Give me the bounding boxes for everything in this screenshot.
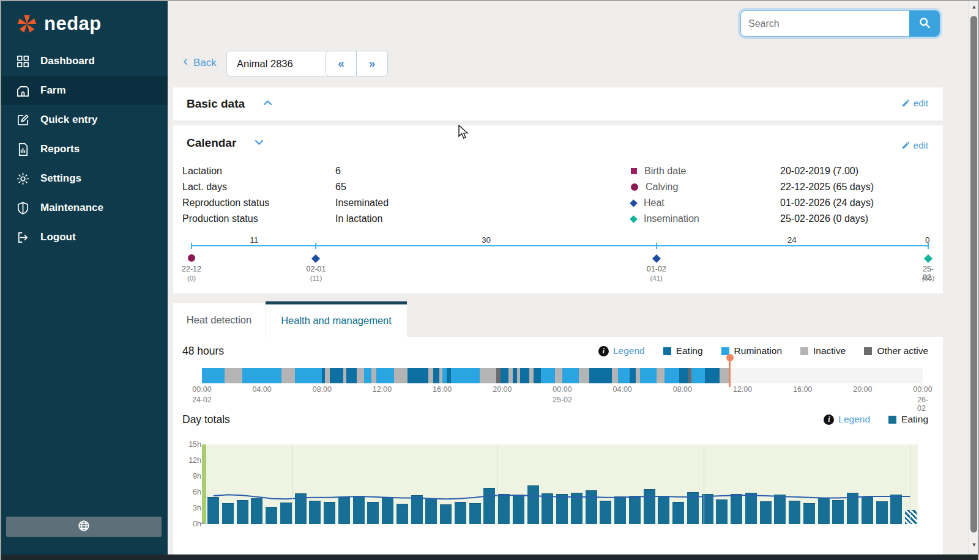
field-label: Lactation <box>182 166 222 177</box>
sidebar-item-label: Maintenance <box>40 202 103 214</box>
event-label: Insemination <box>644 213 699 224</box>
animal-selector-value: Animal 2836 <box>237 58 319 70</box>
scroll-up-arrow-icon[interactable]: ▲ <box>969 4 979 10</box>
timeline-tick <box>656 243 657 249</box>
event-label: Heat <box>644 197 664 208</box>
tab-health-and-management[interactable]: Health and management <box>266 301 407 337</box>
strip-segment-inactive <box>480 368 496 383</box>
strip-segment-inactive <box>394 368 408 383</box>
strip-segment-rumination <box>664 368 680 383</box>
time-tick-label: 12:00 <box>373 385 392 394</box>
search-bar <box>740 10 940 37</box>
legend-label: Legend <box>613 345 645 356</box>
strip-segment-inactive <box>225 368 242 383</box>
calendar-event-row: Birth date20-02-2019 (7.00) <box>631 163 925 179</box>
strip-segment-inactive <box>720 368 729 383</box>
sidebar-item-farm[interactable]: Farm <box>0 76 168 105</box>
strip-segment-eating <box>501 368 508 383</box>
time-tick-label: 04:00 <box>253 385 272 394</box>
time-tick-label: 08:00 <box>313 385 332 394</box>
day-totals-legend: i Legend Eating <box>824 414 928 425</box>
sidebar-item-label: Logout <box>40 231 76 243</box>
sidebar-item-label: Quick entry <box>40 114 98 126</box>
calendar-field-row: Reproduction statusInseminated <box>182 195 488 211</box>
timeline-days-label: (41) <box>650 274 662 282</box>
sidebar-item-settings[interactable]: Settings <box>0 164 168 193</box>
scrollbar-thumb[interactable] <box>970 16 977 532</box>
next-animal-button[interactable]: » <box>357 51 387 76</box>
search-button[interactable] <box>909 10 940 37</box>
strip-segment-eating <box>447 368 451 383</box>
strip-segment-inactive <box>508 368 513 383</box>
strip-segment-inactive <box>357 368 364 383</box>
legend-item-label: Rumination <box>734 345 782 356</box>
strip-segment-inactive <box>555 368 562 383</box>
strip-time-axis: 00:0024-0204:0008:0012:0016:0020:0000:00… <box>202 385 923 411</box>
sidebar-item-dashboard[interactable]: Dashboard <box>0 46 168 76</box>
sidebar-item-label: Dashboard <box>40 55 95 67</box>
legend-swatch-icon <box>888 416 896 424</box>
sidebar-item-logout[interactable]: Logout <box>0 223 168 252</box>
collapse-chevron-up-icon[interactable] <box>262 97 274 111</box>
vertical-scrollbar: ▲ ▼ <box>969 0 979 555</box>
timeline-date-label: 02-01 <box>306 265 326 273</box>
event-value: 20-02-2019 (7.00) <box>780 166 858 177</box>
strip-segment-eating <box>589 368 612 383</box>
sidebar-item-quick-entry[interactable]: Quick entry <box>0 105 168 134</box>
tab-heat-detection[interactable]: Heat detection <box>173 303 265 337</box>
gear-icon <box>15 171 30 186</box>
strip-segment-eating <box>679 368 688 383</box>
barn-icon <box>15 83 30 98</box>
calendar-edit-button[interactable]: edit <box>901 140 928 150</box>
chart-left-green-bar <box>202 444 206 524</box>
strip-segment-eating <box>705 368 715 383</box>
strip-segment-rumination <box>202 368 225 383</box>
strip-segment-inactive <box>529 368 534 383</box>
legend-swatch-icon <box>864 347 872 355</box>
search-icon <box>918 16 931 31</box>
legend-swatch-icon <box>800 347 808 355</box>
sidebar: nedap DashboardFarmQuick entryReportsSet… <box>0 0 168 560</box>
timeline-diamond-marker-icon <box>313 253 319 264</box>
grid-icon <box>15 54 30 68</box>
calendar-card: Calendar edit Lactation6Lact. days65Repr… <box>173 125 943 293</box>
legend-item-inactive: Inactive <box>800 345 846 356</box>
language-button[interactable] <box>6 517 162 537</box>
calendar-event-row: Calving22-12-2025 (65 days) <box>631 179 925 195</box>
chevron-left-icon <box>182 57 190 69</box>
strip-segment-inactive <box>636 368 640 383</box>
calendar-field-row: Production statusIn lactation <box>182 211 488 227</box>
timeline-days-label: (65) <box>922 274 934 282</box>
field-label: Reproduction status <box>182 197 269 208</box>
timeline-date-label: 22-12 <box>182 265 201 273</box>
animal-pager: « » <box>326 51 388 76</box>
strip-segment-inactive <box>612 368 618 383</box>
day-totals-title: Day totals <box>182 413 230 426</box>
timeline-days-label: (11) <box>310 274 322 282</box>
search-input[interactable] <box>740 10 909 37</box>
strip-segment-rumination <box>562 368 579 383</box>
date-tick-label: 25-02 <box>553 396 572 404</box>
basic-data-edit-button[interactable]: edit <box>901 98 928 108</box>
sidebar-item-reports[interactable]: Reports <box>0 134 168 164</box>
back-link[interactable]: Back <box>182 57 217 69</box>
time-tick-label: 00:00 <box>192 385 211 394</box>
timeline-days-label: (0) <box>187 274 196 282</box>
strip-segment-inactive <box>579 368 589 383</box>
previous-animal-button[interactable]: « <box>326 51 357 76</box>
day-totals-legend-link[interactable]: i Legend <box>824 414 870 425</box>
field-label: Lact. days <box>182 182 227 193</box>
strip-segment-eating <box>408 368 428 383</box>
collapse-chevron-down-icon[interactable] <box>253 136 265 150</box>
sidebar-item-maintenance[interactable]: Maintenance <box>0 193 168 223</box>
scroll-down-arrow-icon[interactable]: ▼ <box>969 542 979 548</box>
calendar-title: Calendar <box>187 136 236 150</box>
event-value: 25-02-2026 (0 days) <box>780 213 868 224</box>
timeline-line <box>192 245 928 246</box>
hours48-legend-link[interactable]: i Legend <box>598 345 645 356</box>
heat-marker-icon <box>630 199 638 207</box>
date-tick-label: 24-02 <box>192 396 212 404</box>
time-tick-label: 16:00 <box>433 385 452 394</box>
y-axis-label: 3h <box>178 504 201 512</box>
calendar-event-row: Heat01-02-2026 (24 days) <box>631 195 925 211</box>
